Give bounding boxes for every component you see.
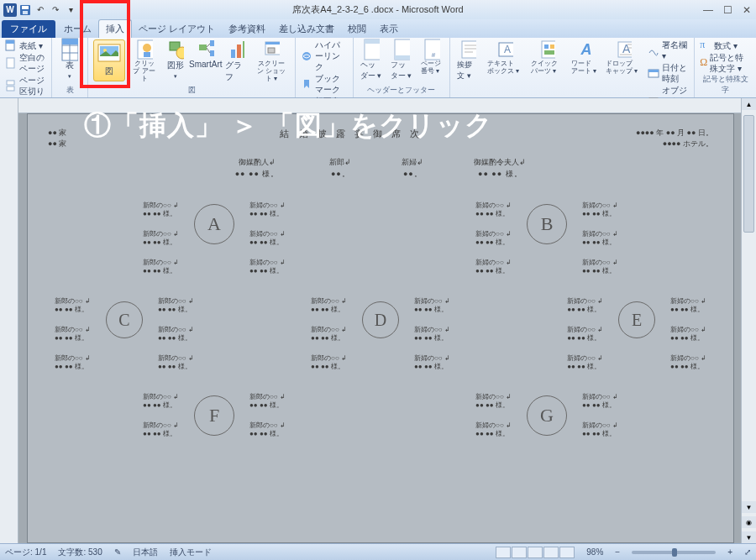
- table-circle: A: [194, 204, 234, 244]
- prev-page-icon[interactable]: ◉: [742, 516, 756, 528]
- tab-home[interactable]: ホーム: [57, 20, 98, 38]
- smartart-button[interactable]: SmartArt: [193, 39, 218, 71]
- textbox-button[interactable]: Aテキスト ボックス ▾: [486, 39, 524, 76]
- header-button[interactable]: ヘッダー ▾: [359, 39, 384, 83]
- chart-icon: [228, 41, 244, 58]
- tab-review[interactable]: 校閲: [341, 20, 373, 38]
- guest-column: 新婦の○○ ↲●● ●● 様。新婦の○○ ↲●● ●● 様。: [414, 297, 450, 343]
- greeting-icon: [459, 41, 476, 58]
- fullscreen-button[interactable]: ⤢: [744, 547, 751, 557]
- shapes-icon: [167, 41, 184, 58]
- status-words[interactable]: 文字数: 530: [58, 547, 102, 558]
- zoom-in-button[interactable]: +: [727, 547, 732, 557]
- dropcap-button[interactable]: Aドロップ キャップ ▾: [604, 39, 643, 76]
- guest-entry: 新婦の○○ ↲●● ●● 様。: [475, 421, 512, 438]
- svg-rect-46: [542, 41, 555, 58]
- hyperlink-button[interactable]: ハイパーリンク: [301, 39, 348, 72]
- status-page[interactable]: ページ: 1/1: [5, 547, 46, 558]
- qat-more-icon[interactable]: ▾: [64, 3, 77, 17]
- tab-page-layout[interactable]: ページ レイアウト: [132, 20, 222, 38]
- svg-rect-2: [23, 11, 28, 14]
- bookmark-button[interactable]: ブックマーク: [301, 73, 348, 95]
- tab-file[interactable]: ファイル: [2, 20, 55, 38]
- guest-column: 新郎の○○ ↲●● ●● 様。新郎の○○ ↲●● ●● 様。: [249, 393, 286, 438]
- guest-entry: 新郎の○○ ↲●● ●● 様。: [311, 354, 347, 371]
- hyperlink-icon: [301, 50, 312, 62]
- guest-entry: 新婦の○○ ↲●● ●● 様。: [249, 259, 286, 275]
- status-spellcheck-icon[interactable]: ✎: [114, 547, 121, 557]
- main-person: 新婦↲●●。: [402, 156, 423, 180]
- close-button[interactable]: ✕: [743, 4, 751, 16]
- footer-button[interactable]: フッター ▾: [389, 39, 414, 83]
- tab-mailings[interactable]: 差し込み文書: [272, 20, 341, 38]
- guest-entry: 新郎の○○ ↲●● ●● 様。: [311, 297, 347, 314]
- dropcap-icon: A: [615, 41, 632, 58]
- minimize-button[interactable]: —: [703, 4, 713, 16]
- save-icon[interactable]: [18, 3, 32, 17]
- maximize-button[interactable]: ☐: [723, 4, 732, 16]
- next-page-icon[interactable]: ▼: [742, 531, 756, 543]
- svg-rect-4: [6, 40, 14, 44]
- cover-page-button[interactable]: 表紙 ▾: [5, 39, 46, 51]
- picture-icon: [97, 44, 121, 64]
- document-content: ●● 家 ●● 家 結 婚 披 露 宴 御 席 次 ●●●● 年 ●● 月 ●●…: [48, 128, 713, 536]
- datetime-button[interactable]: 日付と時刻: [648, 62, 689, 84]
- scroll-up-icon[interactable]: ▲: [742, 98, 756, 110]
- guest-entry: 新郎の○○ ↲●● ●● 様。: [143, 201, 179, 218]
- guest-entry: 新婦の○○ ↲●● ●● 様。: [567, 297, 603, 314]
- tab-references[interactable]: 参考資料: [222, 20, 272, 38]
- equation-button[interactable]: π数式 ▾: [700, 39, 751, 51]
- guest-column: 新郎の○○ ↲●● ●● 様。新郎の○○ ↲●● ●● 様。: [158, 297, 194, 343]
- guest-entry: 新婦の○○ ↲●● ●● 様。: [670, 297, 706, 314]
- guest-entry: 新郎の○○ ↲●● ●● 様。: [55, 326, 91, 343]
- document-canvas[interactable]: ●● 家 ●● 家 結 婚 披 露 宴 御 席 次 ●●●● 年 ●● 月 ●●…: [18, 98, 741, 543]
- tab-insert[interactable]: 挿入: [98, 19, 132, 38]
- status-mode[interactable]: 挿入モード: [170, 547, 212, 558]
- greeting-button[interactable]: 挨拶文 ▾: [455, 39, 480, 83]
- table-block: 新婦の○○ ↲●● ●● 様。新婦の○○ ↲●● ●● 様。G新婦の○○ ↲●●…: [475, 393, 618, 438]
- table-block: 新郎の○○ ↲●● ●● 様。新郎の○○ ↲●● ●● 様。C新郎の○○ ↲●●…: [55, 297, 194, 371]
- ribbon-tabs: ファイル ホーム 挿入 ページ レイアウト 参考資料 差し込み文書 校閲 表示: [0, 19, 756, 38]
- status-language[interactable]: 日本語: [133, 547, 158, 558]
- document-area: ●● 家 ●● 家 結 婚 披 露 宴 御 席 次 ●●●● 年 ●● 月 ●●…: [0, 98, 756, 543]
- scroll-down-icon[interactable]: ▼: [742, 501, 756, 513]
- group-text: 挨拶文 ▾ Aテキスト ボックス ▾ クイック パーツ ▾ Aワードアート ▾ …: [450, 38, 695, 97]
- wordart-button[interactable]: Aワードアート ▾: [570, 39, 599, 76]
- clipart-button[interactable]: クリップ アート: [130, 39, 157, 84]
- svg-text:A: A: [580, 41, 592, 58]
- page-break-button[interactable]: ページ区切り: [5, 75, 46, 97]
- redo-icon[interactable]: ↷: [49, 3, 62, 17]
- page-number-button[interactable]: #ページ 番号 ▾: [419, 39, 444, 76]
- guest-entry: 新婦の○○ ↲●● ●● 様。: [582, 259, 618, 275]
- svg-rect-48: [550, 44, 554, 49]
- vertical-scrollbar[interactable]: ▲ ▼ ◉ ▼: [741, 98, 756, 543]
- scroll-thumb[interactable]: [743, 115, 754, 233]
- guest-column: 新婦の○○ ↲●● ●● 様。新婦の○○ ↲●● ●● 様。: [475, 201, 512, 247]
- svg-text:A: A: [622, 42, 631, 55]
- svg-rect-57: [648, 70, 659, 72]
- table-button[interactable]: 表▾: [57, 39, 82, 81]
- guest-entry: 新郎の○○ ↲●● ●● 様。: [143, 393, 179, 410]
- zoom-slider[interactable]: [632, 551, 716, 554]
- svg-rect-13: [62, 39, 78, 44]
- picture-button[interactable]: 図: [93, 39, 125, 81]
- shapes-button[interactable]: 図形▾: [163, 39, 188, 81]
- zoom-value[interactable]: 98%: [586, 547, 603, 557]
- tab-view[interactable]: 表示: [373, 20, 405, 38]
- symbol-button[interactable]: Ω記号と特殊文字 ▾: [700, 52, 751, 74]
- smartart-icon: [197, 41, 214, 58]
- signature-button[interactable]: 署名欄 ▾: [648, 39, 689, 61]
- undo-icon[interactable]: ↶: [34, 3, 47, 17]
- svg-point-18: [143, 44, 151, 52]
- blank-page-button[interactable]: 空白のページ: [5, 52, 46, 74]
- table-circle: B: [527, 204, 567, 244]
- quickparts-button[interactable]: クイック パーツ ▾: [529, 39, 564, 76]
- quickparts-icon: [538, 41, 555, 58]
- zoom-out-button[interactable]: −: [615, 547, 620, 557]
- title-bar: W ↶ ↷ ▾ 席次表A4_2-3-2_6 .docx - Microsoft …: [0, 0, 756, 19]
- screenshot-button[interactable]: スクリーン ショット ▾: [254, 39, 290, 84]
- guest-entry: 新郎の○○ ↲●● ●● 様。: [55, 297, 91, 314]
- bookmark-icon: [301, 78, 312, 90]
- chart-button[interactable]: グラフ: [223, 39, 249, 85]
- view-buttons[interactable]: [496, 547, 575, 558]
